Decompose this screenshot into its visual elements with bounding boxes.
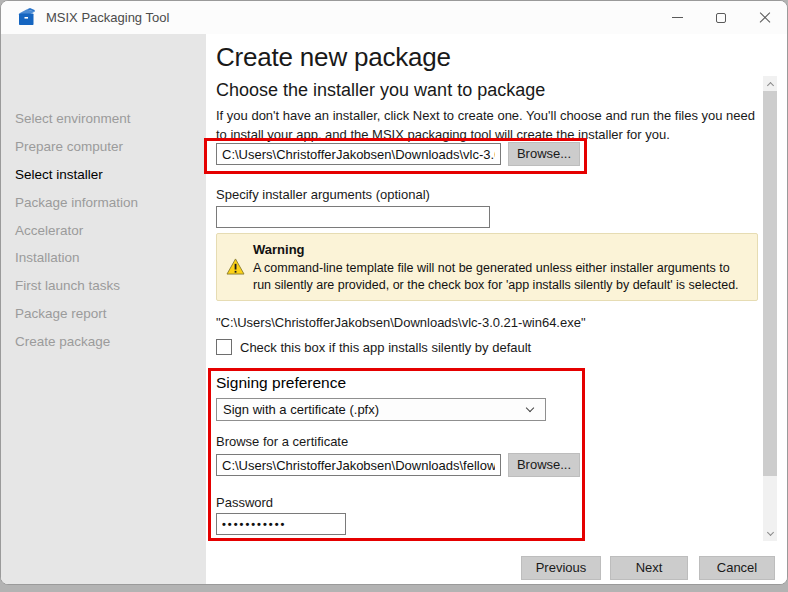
password-label: Password: [216, 495, 273, 510]
warning-title: Warning: [253, 242, 305, 257]
window-controls: [655, 1, 787, 34]
app-logo-icon: [17, 7, 37, 27]
warning-text: A command-line template file will not be…: [253, 260, 745, 294]
minimize-button[interactable]: [655, 1, 699, 34]
minimize-icon: [672, 17, 683, 18]
window-title: MSIX Packaging Tool: [46, 10, 169, 25]
section-title: Choose the installer you want to package: [216, 80, 545, 101]
silent-install-row: Check this box if this app installs sile…: [216, 339, 531, 355]
sidebar-item-prepare-computer: Prepare computer: [15, 139, 123, 154]
sidebar-item-create-package: Create package: [15, 334, 110, 349]
warning-banner: Warning A command-line template file wil…: [216, 233, 758, 301]
next-button[interactable]: Next: [610, 556, 688, 580]
maximize-icon: [716, 13, 726, 23]
cancel-button[interactable]: Cancel: [699, 556, 775, 580]
scroll-down-button[interactable]: [763, 526, 777, 541]
installer-arguments-label: Specify installer arguments (optional): [216, 187, 430, 202]
signing-preference-dropdown[interactable]: Sign with a certificate (.pfx): [216, 398, 546, 421]
chevron-down-icon: [526, 404, 534, 412]
sidebar-item-package-information: Package information: [15, 195, 138, 210]
msix-packaging-tool-window: MSIX Packaging Tool Select environment P…: [0, 0, 788, 585]
installer-arguments-input[interactable]: [216, 206, 490, 228]
certificate-label: Browse for a certificate: [216, 434, 348, 449]
scrollbar-thumb[interactable]: [763, 91, 777, 476]
vertical-scrollbar[interactable]: [763, 76, 777, 541]
wizard-steps-sidebar: Select environment Prepare computer Sele…: [1, 34, 206, 584]
resolved-installer-path: "C:\Users\ChristofferJakobsen\Downloads\…: [216, 315, 586, 330]
page-title: Create new package: [216, 42, 451, 73]
previous-button[interactable]: Previous: [521, 556, 601, 580]
sidebar-item-select-installer: Select installer: [15, 167, 103, 182]
sidebar-item-package-report: Package report: [15, 306, 107, 321]
section-description: If you don't have an installer, click Ne…: [216, 106, 768, 144]
warning-icon: [226, 258, 245, 275]
maximize-button[interactable]: [699, 1, 743, 34]
main-content: Create new package Choose the installer …: [206, 34, 787, 584]
chevron-up-icon: [766, 81, 773, 88]
signing-preference-title: Signing preference: [216, 374, 346, 392]
certificate-browse-button[interactable]: Browse...: [508, 453, 580, 477]
close-icon: [759, 12, 771, 24]
password-input[interactable]: [216, 513, 346, 535]
screenshot-stage: MSIX Packaging Tool Select environment P…: [0, 0, 788, 592]
sidebar-item-accelerator: Accelerator: [15, 223, 83, 238]
close-button[interactable]: [743, 1, 787, 34]
installer-path-input[interactable]: [216, 143, 501, 165]
sidebar-item-first-launch-tasks: First launch tasks: [15, 278, 120, 293]
sidebar-item-installation: Installation: [15, 250, 80, 265]
silent-install-checkbox[interactable]: [216, 339, 232, 355]
installer-browse-button[interactable]: Browse...: [508, 142, 580, 166]
titlebar: MSIX Packaging Tool: [1, 1, 787, 34]
scroll-up-button[interactable]: [763, 76, 777, 91]
signing-preference-selected: Sign with a certificate (.pfx): [223, 402, 379, 417]
certificate-path-input[interactable]: [216, 454, 501, 476]
sidebar-item-select-environment: Select environment: [15, 111, 131, 126]
silent-install-label: Check this box if this app installs sile…: [240, 340, 531, 355]
chevron-down-icon: [766, 529, 773, 536]
